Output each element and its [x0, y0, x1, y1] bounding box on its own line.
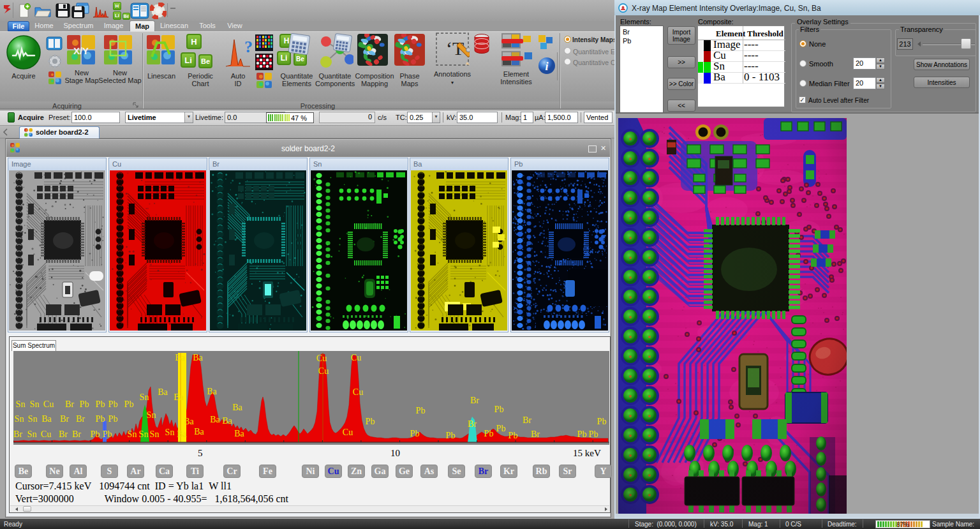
svg-text:X/Y: X/Y	[73, 45, 89, 56]
svg-text:?: ?	[244, 38, 253, 56]
svg-text:i: i	[545, 60, 548, 73]
